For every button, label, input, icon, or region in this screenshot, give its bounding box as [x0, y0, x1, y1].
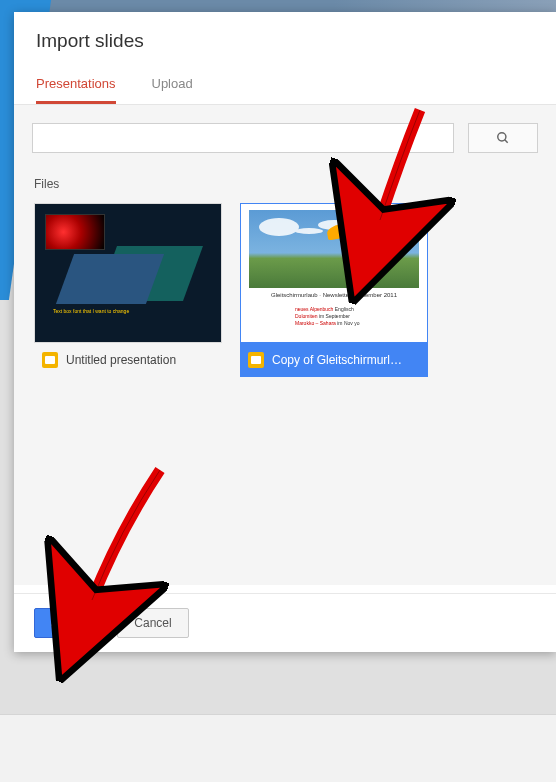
- dialog-title: Import slides: [14, 12, 556, 68]
- search-button[interactable]: [468, 123, 538, 153]
- file-card-selected[interactable]: Gleitschirmurlaub · Newsletter September…: [240, 203, 428, 377]
- search-input[interactable]: [32, 123, 454, 153]
- files-section-label: Files: [14, 177, 556, 203]
- thumb-text: Text box font that I want to change: [53, 308, 129, 315]
- select-button[interactable]: Select: [34, 608, 103, 638]
- search-icon: [496, 131, 510, 145]
- thumb-lines: neues Alpenbuch Englisch Dolomiten im Se…: [295, 306, 359, 327]
- svg-line-1: [505, 140, 508, 143]
- tabs-row: Presentations Upload: [14, 68, 556, 105]
- slides-icon: [42, 352, 58, 368]
- dialog-footer: Select Cancel: [14, 593, 556, 652]
- file-name: Copy of Gleitschirmurl…: [272, 353, 402, 367]
- dialog-content: Files Text box font that I want to chang…: [14, 105, 556, 585]
- background-strip: [0, 0, 556, 12]
- search-row: [14, 123, 556, 153]
- page-footer-strip: [0, 714, 556, 782]
- tab-presentations[interactable]: Presentations: [36, 68, 116, 104]
- file-label-row: Untitled presentation: [34, 343, 222, 377]
- file-thumbnail: Text box font that I want to change: [34, 203, 222, 343]
- files-grid: Text box font that I want to change Unti…: [14, 203, 556, 377]
- cancel-button[interactable]: Cancel: [117, 608, 188, 638]
- thumb-caption: Gleitschirmurlaub · Newsletter September…: [241, 292, 427, 298]
- svg-point-0: [498, 133, 506, 141]
- slides-icon: [248, 352, 264, 368]
- import-slides-dialog: Import slides Presentations Upload Files: [14, 12, 556, 652]
- file-name: Untitled presentation: [66, 353, 176, 367]
- file-label-row: Copy of Gleitschirmurl…: [240, 343, 428, 377]
- file-card[interactable]: Text box font that I want to change Unti…: [34, 203, 222, 377]
- file-thumbnail: Gleitschirmurlaub · Newsletter September…: [240, 203, 428, 343]
- tab-upload[interactable]: Upload: [152, 68, 193, 104]
